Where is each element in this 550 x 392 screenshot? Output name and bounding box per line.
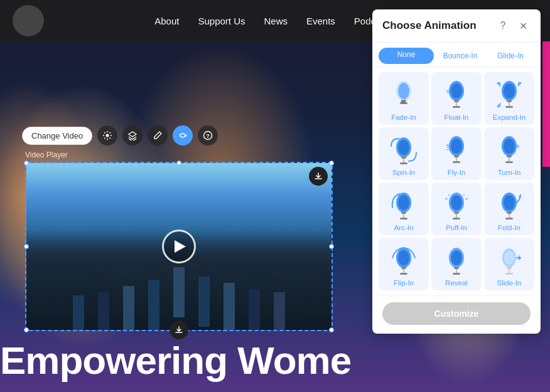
turn-in-label: Turn-In (498, 169, 521, 176)
svg-rect-49 (453, 218, 460, 220)
svg-rect-58 (505, 218, 513, 220)
anim-turn-in[interactable]: Turn-In (484, 127, 534, 180)
download-icon-bottom (175, 326, 183, 334)
layers-button[interactable] (122, 125, 143, 146)
reveal-icon (440, 244, 473, 277)
download-badge-top[interactable] (309, 167, 328, 186)
handle-middle-left[interactable] (24, 244, 29, 249)
svg-point-41 (398, 195, 409, 210)
layers-icon (127, 130, 138, 140)
svg-point-1 (185, 135, 187, 137)
panel-title: Choose Animation (382, 19, 490, 32)
animation-icon (178, 130, 188, 140)
change-video-button[interactable]: Change Video (22, 127, 92, 145)
fly-in-icon (440, 134, 473, 166)
video-player-wrapper (25, 162, 333, 331)
edit-icon (153, 130, 163, 140)
anim-top-bounce[interactable]: Bounce-In (436, 48, 484, 64)
puff-in-label: Puff-In (446, 224, 467, 231)
svg-rect-35 (507, 155, 512, 157)
video-player-label: Video Player (25, 151, 333, 159)
handle-top-left[interactable] (24, 161, 29, 166)
handle-middle-right[interactable] (329, 244, 334, 249)
anim-expand-in[interactable]: Expand-In (484, 72, 534, 125)
anim-top-none[interactable]: None (379, 48, 434, 64)
anim-fade-in[interactable]: Fade-In (379, 72, 429, 125)
video-player[interactable] (26, 163, 332, 330)
svg-rect-27 (454, 155, 459, 157)
svg-rect-68 (453, 273, 460, 275)
anim-arc-in[interactable]: Arc-In (379, 183, 429, 235)
float-in-icon (440, 78, 473, 111)
anim-reveal[interactable]: Reveal (431, 238, 482, 290)
svg-point-65 (451, 250, 462, 265)
float-in-label: Float-In (445, 114, 469, 121)
customize-button[interactable]: Customize (382, 302, 531, 325)
flip-in-icon (387, 244, 420, 277)
help-icon: ? (203, 130, 213, 140)
handle-bottom-right[interactable] (329, 327, 334, 332)
svg-rect-61 (401, 267, 406, 269)
arc-in-label: Arc-In (394, 224, 414, 231)
anim-spin-in[interactable]: Spin-In (379, 127, 429, 180)
svg-rect-10 (454, 100, 459, 102)
download-badge-bottom[interactable] (170, 320, 188, 339)
anim-top-glide[interactable]: Glide-In (487, 48, 534, 64)
svg-rect-19 (505, 106, 513, 108)
fold-in-label: Fold-In (498, 224, 520, 231)
svg-point-21 (398, 140, 409, 155)
expand-in-label: Expand-In (493, 114, 526, 121)
close-panel-icon[interactable]: ✕ (515, 18, 531, 33)
animation-panel: Choose Animation ? ✕ None Bounce-In Glid… (372, 9, 541, 334)
fold-in-icon (493, 189, 526, 221)
handle-bottom-left[interactable] (24, 327, 29, 332)
nav-news[interactable]: News (264, 16, 288, 26)
flip-in-label: Flip-In (394, 279, 414, 287)
reveal-label: Reveal (445, 279, 468, 287)
svg-point-60 (398, 250, 409, 265)
slide-in-icon (493, 244, 526, 277)
svg-point-51 (448, 194, 450, 196)
expand-in-icon (493, 78, 526, 111)
panel-header: Choose Animation ? ✕ (372, 9, 541, 43)
anim-slide-in[interactable]: Slide-In (484, 238, 534, 290)
nav-support[interactable]: Support Us (198, 16, 245, 26)
svg-point-55 (504, 195, 515, 210)
handle-top-right[interactable] (329, 161, 334, 166)
anim-float-in[interactable]: Float-In (431, 72, 482, 125)
svg-point-5 (398, 83, 409, 99)
nav-events[interactable]: Events (306, 16, 335, 26)
navbar-logo (13, 5, 44, 36)
svg-rect-56 (507, 211, 512, 214)
svg-point-9 (451, 83, 462, 98)
play-icon (175, 240, 186, 253)
help-panel-icon[interactable]: ? (495, 18, 510, 33)
handle-top-center[interactable] (176, 161, 181, 166)
svg-rect-47 (454, 211, 459, 214)
fly-in-label: Fly-In (448, 169, 466, 176)
animation-button[interactable] (173, 125, 193, 146)
fade-in-label: Fade-In (391, 114, 416, 121)
help-button[interactable]: ? (198, 125, 218, 146)
play-button[interactable] (162, 230, 196, 263)
svg-point-46 (451, 195, 462, 210)
anim-puff-in[interactable]: Puff-In (431, 183, 482, 235)
customize-section: Customize (372, 295, 541, 334)
svg-point-53 (463, 194, 465, 196)
svg-rect-71 (507, 267, 512, 269)
anim-fold-in[interactable]: Fold-In (484, 183, 534, 235)
settings-button[interactable] (97, 125, 117, 146)
nav-about[interactable]: About (154, 16, 179, 26)
svg-rect-37 (505, 161, 513, 163)
anim-flip-in[interactable]: Flip-In (379, 238, 429, 290)
spin-in-icon (387, 134, 420, 166)
svg-rect-73 (505, 273, 513, 275)
arc-in-icon (387, 189, 420, 221)
anim-fly-in[interactable]: Fly-In (431, 127, 482, 180)
edit-button[interactable] (148, 125, 168, 146)
svg-point-16 (504, 83, 515, 98)
svg-rect-42 (401, 211, 406, 214)
svg-point-0 (106, 134, 109, 137)
svg-rect-24 (400, 162, 407, 164)
svg-rect-66 (454, 267, 459, 269)
